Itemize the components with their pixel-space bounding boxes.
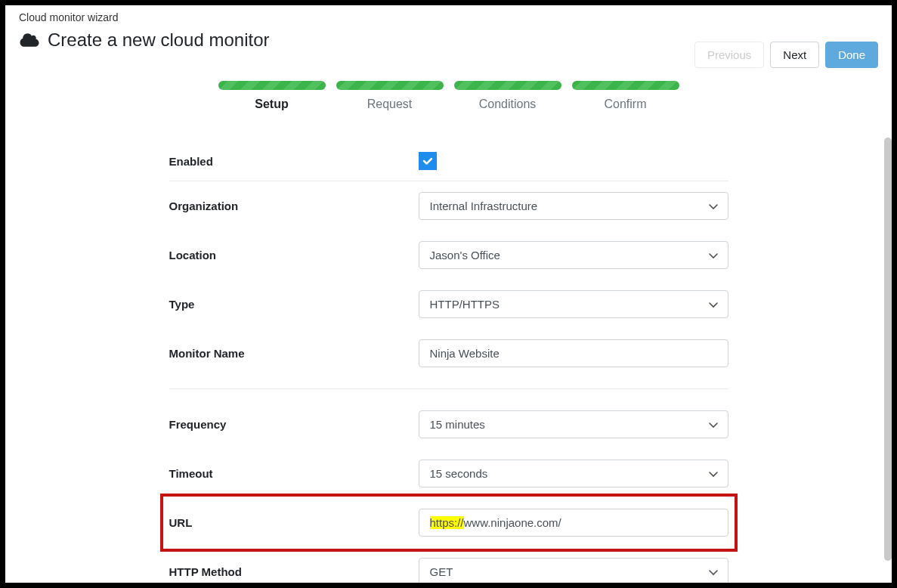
row-organization: Organization Internal Infrastructure xyxy=(169,181,728,231)
label-frequency: Frequency xyxy=(169,418,419,431)
monitor-name-input[interactable] xyxy=(419,339,728,367)
row-frequency: Frequency 15 minutes xyxy=(169,400,728,449)
step-bar xyxy=(336,81,444,90)
breadcrumb: Cloud monitor wizard xyxy=(19,11,878,23)
row-http-method: HTTP Method GET xyxy=(169,547,728,586)
next-button[interactable]: Next xyxy=(770,42,819,68)
step-conditions[interactable]: Conditions xyxy=(454,81,561,111)
step-label: Conditions xyxy=(454,97,561,111)
frequency-select[interactable]: 15 minutes xyxy=(419,410,728,438)
done-button[interactable]: Done xyxy=(825,42,878,68)
label-http-method: HTTP Method xyxy=(169,565,419,578)
label-monitor-name: Monitor Name xyxy=(169,347,419,360)
wizard-steps: Setup Request Conditions Confirm xyxy=(19,81,878,111)
http-method-select[interactable]: GET xyxy=(419,558,728,586)
page-title: Create a new cloud monitor xyxy=(48,29,269,51)
organization-select[interactable]: Internal Infrastructure xyxy=(419,192,728,220)
header-buttons: Previous Next Done xyxy=(694,42,878,68)
label-organization: Organization xyxy=(169,200,419,212)
step-setup[interactable]: Setup xyxy=(218,81,326,111)
label-enabled: Enabled xyxy=(169,155,419,168)
step-request[interactable]: Request xyxy=(336,81,444,111)
label-url: URL xyxy=(169,516,419,529)
step-label: Confirm xyxy=(572,97,679,111)
url-input[interactable]: https://www.ninjaone.com/ xyxy=(419,509,728,537)
step-label: Setup xyxy=(218,97,326,111)
row-location: Location Jason's Office xyxy=(169,231,728,280)
url-host: www.ninjaone.com/ xyxy=(464,516,561,529)
step-bar xyxy=(454,81,561,90)
step-label: Request xyxy=(336,97,444,111)
location-select[interactable]: Jason's Office xyxy=(419,241,728,269)
row-enabled: Enabled xyxy=(169,141,728,181)
url-scheme-highlight: https:// xyxy=(430,516,464,529)
step-bar xyxy=(572,81,679,90)
scrollbar-thumb[interactable] xyxy=(884,138,892,561)
row-timeout: Timeout 15 seconds xyxy=(169,449,728,498)
row-type: Type HTTP/HTTPS xyxy=(169,280,728,329)
previous-button: Previous xyxy=(694,42,764,68)
enabled-checkbox[interactable] xyxy=(419,152,437,170)
label-location: Location xyxy=(169,249,419,262)
check-icon xyxy=(422,155,434,167)
setup-form: Enabled Organization Internal Infrastruc… xyxy=(169,141,728,586)
row-url: URL https://www.ninjaone.com/ xyxy=(169,498,728,547)
cloud-icon xyxy=(19,32,40,48)
label-type: Type xyxy=(169,298,419,311)
row-monitor-name: Monitor Name xyxy=(169,329,728,378)
step-bar xyxy=(218,81,326,90)
step-confirm[interactable]: Confirm xyxy=(572,81,679,111)
type-select[interactable]: HTTP/HTTPS xyxy=(419,290,728,318)
label-timeout: Timeout xyxy=(169,467,419,480)
timeout-select[interactable]: 15 seconds xyxy=(419,460,728,487)
